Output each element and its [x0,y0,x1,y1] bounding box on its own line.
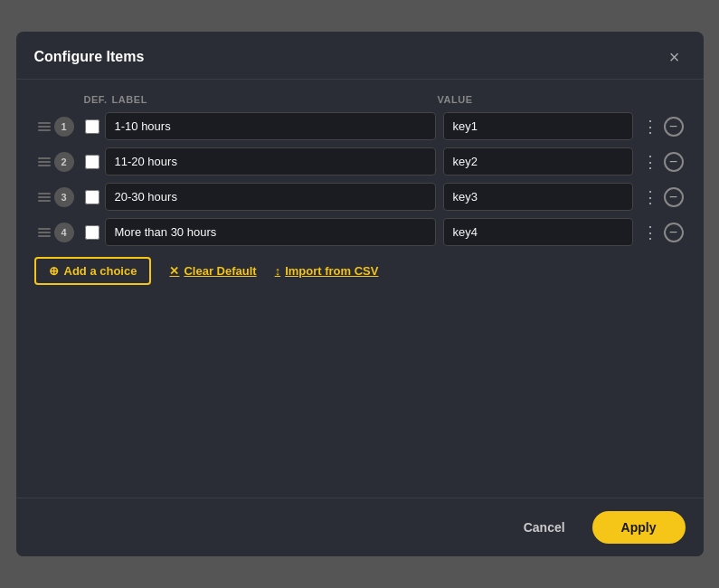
drag-handle[interactable] [34,191,54,204]
drag-handle[interactable] [34,226,54,239]
drag-handle[interactable] [34,120,54,133]
row-more-button[interactable]: ⋮ [639,187,662,207]
row-label-input[interactable] [105,218,436,246]
rows-container: 1 ⋮ − 2 ⋮ − [34,112,686,246]
remove-circle-icon: − [664,152,684,172]
row-number: 3 [54,187,74,207]
row-value-input[interactable] [443,183,633,211]
row-value-input[interactable] [443,112,633,140]
row-more-button[interactable]: ⋮ [639,223,662,242]
import-csv-button[interactable]: ↕ Import from CSV [275,264,379,278]
remove-circle-icon: − [664,187,684,207]
plus-icon: ⊕ [49,264,59,278]
row-default-checkbox[interactable] [80,225,105,240]
row-remove-button[interactable]: − [662,221,686,244]
row-value-input[interactable] [443,218,633,246]
actions-row: ⊕ Add a choice ✕ Clear Default ↕ Import … [34,253,686,289]
apply-button[interactable]: Apply [592,511,686,544]
remove-circle-icon: − [664,117,684,137]
row-remove-button[interactable]: − [662,115,686,138]
def-col-header: DEF. [80,94,112,105]
clear-default-button[interactable]: ✕ Clear Default [169,264,256,278]
add-choice-label: Add a choice [64,264,137,278]
row-label-input[interactable] [105,147,436,175]
dialog-footer: Cancel Apply [16,498,704,556]
row-default-checkbox[interactable] [80,190,105,204]
close-button[interactable]: × [664,46,686,68]
row-more-button[interactable]: ⋮ [639,117,662,137]
label-col-header: LABEL [112,94,430,105]
row-default-checkbox[interactable] [80,119,105,134]
row-number: 1 [54,117,74,137]
row-more-button[interactable]: ⋮ [639,152,662,172]
row-label-input[interactable] [105,112,436,140]
cancel-button[interactable]: Cancel [507,513,582,542]
row-default-checkbox[interactable] [80,155,105,169]
table-row: 3 ⋮ − [34,183,686,211]
x-icon: ✕ [169,264,179,278]
table-row: 1 ⋮ − [34,112,686,140]
configure-items-dialog: Configure Items × DEF. LABEL VALUE 1 ⋮ [16,32,704,556]
dialog-header: Configure Items × [16,32,704,80]
clear-default-label: Clear Default [184,264,256,278]
row-remove-button[interactable]: − [662,185,686,209]
row-value-input[interactable] [443,147,633,175]
drag-handle[interactable] [34,156,54,168]
value-col-header: VALUE [438,94,628,105]
dialog-body: DEF. LABEL VALUE 1 ⋮ − 2 [16,80,704,498]
table-row: 2 ⋮ − [34,147,686,175]
add-choice-button[interactable]: ⊕ Add a choice [34,257,152,285]
row-number: 4 [54,223,74,242]
import-icon: ↕ [275,264,281,278]
remove-circle-icon: − [664,223,684,242]
dialog-title: Configure Items [34,49,145,65]
import-csv-label: Import from CSV [285,264,378,278]
table-row: 4 ⋮ − [34,218,686,246]
column-headers: DEF. LABEL VALUE [34,94,686,112]
row-remove-button[interactable]: − [662,150,686,174]
row-label-input[interactable] [105,183,436,211]
row-number: 2 [54,152,74,172]
